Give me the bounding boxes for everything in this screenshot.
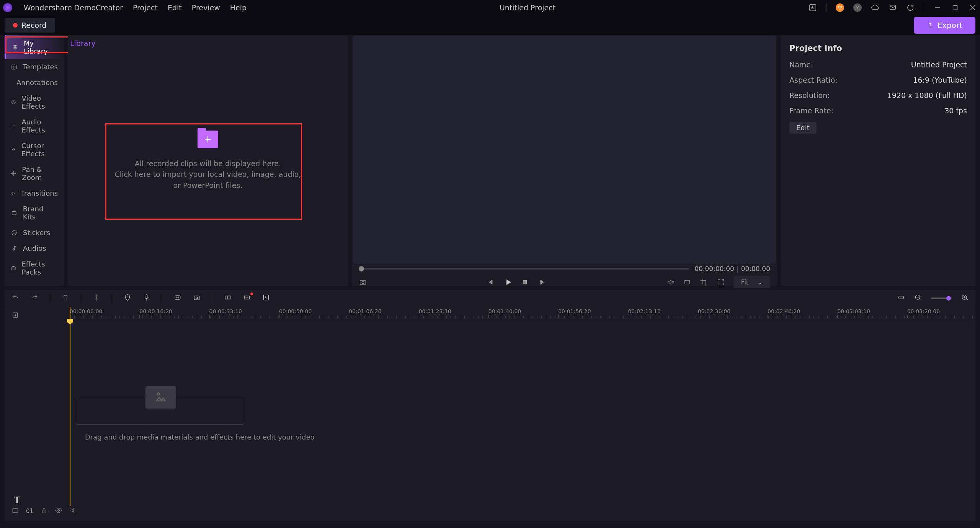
minimize-icon[interactable] [933, 3, 942, 12]
sidebar-item-label: Cursor Effects [21, 142, 58, 158]
sync-icon[interactable] [906, 3, 915, 12]
separator [112, 294, 112, 302]
lock-button[interactable] [40, 507, 48, 516]
svg-rect-2 [890, 5, 896, 10]
track-header-controls: 01 [11, 507, 77, 516]
text-track-icon[interactable]: T [14, 494, 20, 506]
sidebar-item-video-effects[interactable]: Video Effects [5, 90, 64, 114]
zoom-slider[interactable] [931, 298, 952, 299]
play-button[interactable] [504, 278, 512, 286]
export-icon [927, 22, 934, 29]
folder-icon [198, 131, 218, 148]
tab-library[interactable]: Library [64, 36, 101, 51]
cursor-icon [11, 146, 16, 153]
menu-help[interactable]: Help [230, 3, 247, 12]
caption-button[interactable] [174, 294, 181, 303]
group-button[interactable] [224, 294, 232, 303]
message-icon[interactable] [889, 3, 897, 12]
record-button[interactable]: Record [5, 18, 55, 33]
ruler-tick: 00:02:46:20 [768, 308, 800, 314]
sidebar-item-cursor-effects[interactable]: Cursor Effects [5, 138, 64, 162]
edit-button[interactable]: Edit [789, 122, 817, 134]
crop-icon[interactable] [700, 278, 708, 286]
svg-rect-13 [523, 280, 527, 284]
svg-rect-21 [244, 296, 249, 299]
undo-button[interactable] [11, 294, 19, 303]
seek-bar[interactable]: 00:00:00:00|00:00:00 [359, 265, 770, 272]
sidebar-item-pan-zoom[interactable]: Pan & Zoom [5, 162, 64, 185]
cart-icon[interactable] [836, 3, 844, 12]
delete-button[interactable] [62, 294, 69, 303]
ruler-tick: 00:03:20:00 [907, 308, 940, 314]
fit-label: Fit [741, 278, 749, 286]
sidebar-item-transitions[interactable]: Transitions [5, 185, 64, 201]
effects-button[interactable] [243, 294, 251, 303]
seek-thumb[interactable] [359, 266, 364, 271]
marker-button[interactable] [124, 294, 131, 303]
sidebar-item-effects-packs[interactable]: Effects Packs [5, 256, 64, 280]
add-track-button[interactable] [10, 310, 21, 320]
sidebar-item-stickers[interactable]: Stickers [5, 225, 64, 240]
maximize-icon[interactable] [951, 3, 959, 12]
zoom-in-button[interactable] [961, 294, 969, 303]
split-button[interactable] [93, 294, 100, 303]
ruler-tick: 00:01:56:20 [558, 308, 591, 314]
dropzone-text: Click here to import your local video, i… [114, 169, 301, 180]
user-icon[interactable] [853, 3, 862, 12]
screenshot-icon[interactable] [359, 278, 367, 286]
fit-timeline-button[interactable] [897, 294, 905, 303]
ai-button[interactable] [262, 294, 270, 303]
empty-track[interactable] [76, 398, 244, 425]
sidebar-item-templates[interactable]: Templates [5, 59, 64, 75]
cloud-icon[interactable] [871, 3, 879, 12]
menu-preview[interactable]: Preview [192, 3, 220, 12]
menu-project[interactable]: Project [133, 3, 158, 12]
svg-rect-8 [12, 211, 16, 215]
timeline-toolbar [5, 290, 975, 307]
svg-rect-4 [12, 65, 16, 69]
preview-pane: 00:00:00:00|00:00:00 Fit⌄ [352, 35, 777, 286]
annotations-icon [11, 79, 11, 86]
ratio-icon[interactable] [683, 278, 691, 286]
dropzone-text: or PowerPoint files. [114, 180, 301, 191]
zoom-out-button[interactable] [914, 294, 922, 303]
screenshot-button[interactable] [193, 294, 201, 303]
export-label: Export [938, 21, 962, 30]
visibility-button[interactable] [55, 507, 62, 516]
stop-button[interactable] [521, 278, 529, 286]
fullscreen-icon[interactable] [717, 278, 725, 286]
svg-rect-10 [11, 267, 15, 270]
redo-button[interactable] [31, 294, 38, 303]
sidebar-item-label: Annotations [16, 78, 58, 87]
timeline[interactable]: 00:00:00:0000:00:16:2000:00:33:1000:00:5… [5, 307, 975, 521]
sidebar-item-library[interactable]: My Library [5, 35, 64, 59]
separator [162, 294, 162, 302]
transitions-icon [11, 190, 16, 197]
sidebar-item-brand-kits[interactable]: Brand Kits [5, 201, 64, 225]
menu-edit[interactable]: Edit [168, 3, 182, 12]
next-frame-button[interactable] [537, 278, 546, 286]
sidebar-item-audio-effects[interactable]: Audio Effects [5, 114, 64, 138]
fit-dropdown[interactable]: Fit⌄ [733, 276, 770, 288]
info-res-key: Resolution: [789, 91, 830, 100]
ruler-tick: 00:00:33:10 [209, 308, 242, 314]
export-button[interactable]: Export [914, 17, 975, 34]
svg-point-12 [362, 281, 364, 284]
import-dropzone[interactable]: All recorded clips will be displayed her… [114, 131, 301, 191]
packs-icon [11, 265, 16, 271]
mute-icon[interactable] [666, 278, 675, 286]
voiceover-button[interactable] [143, 294, 150, 303]
ruler-tick: 00:00:16:20 [139, 308, 172, 314]
mute-track-button[interactable] [69, 507, 77, 516]
close-icon[interactable] [969, 3, 977, 12]
info-aspect-key: Aspect Ratio: [789, 76, 838, 84]
playhead[interactable] [70, 307, 70, 506]
sidebar-item-audios[interactable]: Audios [5, 240, 64, 256]
preview-canvas[interactable] [353, 36, 776, 264]
track-type-icon[interactable] [11, 507, 19, 516]
prev-frame-button[interactable] [487, 278, 495, 286]
timeline-ruler[interactable]: 00:00:00:0000:00:16:2000:00:33:1000:00:5… [70, 307, 975, 319]
sidebar-item-annotations[interactable]: Annotations [5, 75, 64, 90]
ai-assist-icon[interactable] [808, 3, 817, 12]
svg-point-18 [196, 297, 198, 299]
